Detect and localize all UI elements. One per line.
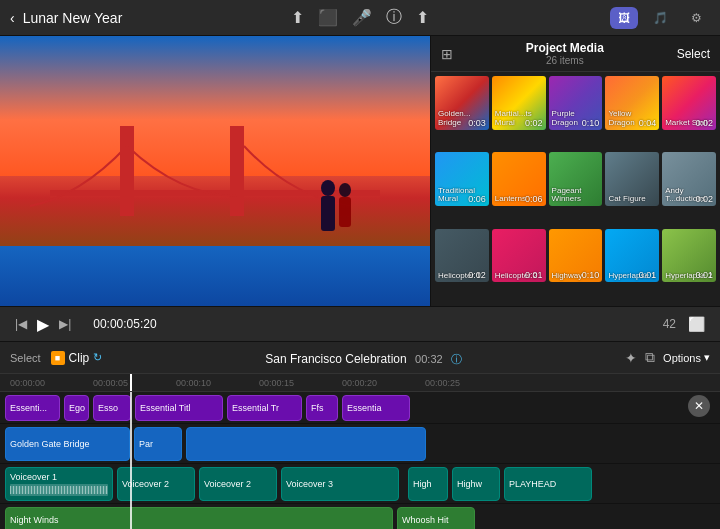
video-preview	[0, 36, 430, 306]
camera-icon[interactable]: ⬛	[318, 8, 338, 27]
media-grid: Golden... Bridge 0:03 Martial...ts Mural…	[431, 72, 720, 306]
clip-ffs[interactable]: Ffs	[306, 395, 338, 421]
timeline-title-area: San Francisco Celebration 00:32 ⓘ	[102, 349, 625, 367]
thumb-label-13: Highway	[552, 272, 583, 281]
media-thumb-7[interactable]: Lanterns 0:06	[492, 152, 546, 206]
media-thumb-15[interactable]: Hyperlapse 2 0:01	[662, 229, 716, 283]
view-mode-btn[interactable]: ⬜	[688, 316, 705, 332]
track-titles: Essenti... Ego Esso Essential Titl Essen…	[0, 392, 720, 424]
audio-view-btn[interactable]: 🎵	[646, 7, 674, 29]
edit-icon[interactable]: ⧉	[645, 349, 655, 366]
media-thumb-13[interactable]: Highway 0:10	[549, 229, 603, 283]
clip-highway[interactable]: Highw	[452, 467, 500, 501]
ruler-mark-10: 00:00:10	[176, 374, 211, 391]
track-broll: Golden Gate Bridge Par	[0, 424, 720, 464]
clip-ego[interactable]: Ego	[64, 395, 89, 421]
clip-playahead[interactable]: PLAYHEAD	[504, 467, 592, 501]
media-view-btn[interactable]: 🖼	[610, 7, 638, 29]
ruler-mark-5: 00:00:05	[93, 374, 128, 391]
share-icon[interactable]: ⬆	[291, 8, 304, 27]
playback-bar: |◀ ▶ ▶| 00:00:05:20 42 ⬜	[0, 306, 720, 342]
clip-label: ■ Clip ↻	[51, 351, 103, 365]
media-browser-title: Project Media 26 items	[526, 41, 604, 66]
clip-essential-tr[interactable]: Essential Tr	[227, 395, 302, 421]
media-thumb-8[interactable]: Pageant Winners	[549, 152, 603, 206]
mic-icon[interactable]: 🎤	[352, 8, 372, 27]
time-ruler: 00:00:00 00:00:05 00:00:10 00:00:15 00:0…	[0, 374, 720, 392]
clip-golden-gate[interactable]: Golden Gate Bridge	[5, 427, 130, 461]
playhead[interactable]	[130, 374, 132, 391]
timeline-tracks[interactable]: Essenti... Ego Esso Essential Titl Essen…	[0, 392, 720, 529]
options-btn[interactable]: Options ▾	[663, 351, 710, 364]
thumb-duration-14: 0:01	[639, 270, 657, 280]
settings-view-btn[interactable]: ⚙	[682, 7, 710, 29]
thumb-duration-13: 0:10	[582, 270, 600, 280]
clip-vo2b[interactable]: Voiceover 2	[199, 467, 277, 501]
timeline-title: San Francisco Celebration	[265, 352, 406, 366]
timeline-info-icon[interactable]: ⓘ	[451, 353, 462, 365]
back-arrow-icon[interactable]: ‹	[10, 10, 15, 26]
bridge-cables-svg	[0, 126, 430, 246]
ruler-mark-20: 00:00:20	[342, 374, 377, 391]
bridge-container	[0, 126, 430, 246]
thumb-label-9: Cat Figure	[608, 195, 645, 204]
thumb-duration-1: 0:03	[468, 118, 486, 128]
bridge-tower-right	[230, 126, 244, 216]
clip-vo2a[interactable]: Voiceover 2	[117, 467, 195, 501]
water-bg	[0, 246, 430, 306]
clip-broll3[interactable]	[186, 427, 426, 461]
project-title: Lunar New Year	[23, 10, 123, 26]
info-icon[interactable]: ⓘ	[386, 7, 402, 28]
clip-whoosh-hit[interactable]: Whoosh Hit	[397, 507, 475, 529]
clip-vo1[interactable]: Voiceover 1	[5, 467, 113, 501]
clip-night-winds[interactable]: Night Winds	[5, 507, 393, 529]
media-thumb-14[interactable]: Hyperlapse 1 0:01	[605, 229, 659, 283]
clip-essential-title[interactable]: Essential Titl	[135, 395, 223, 421]
thumb-duration-6: 0:06	[468, 194, 486, 204]
media-thumb-4[interactable]: Yellow Dragon 0:04	[605, 76, 659, 130]
thumb-duration-7: 0:06	[525, 194, 543, 204]
clip-type-icon: ■	[51, 351, 65, 365]
media-thumb-9[interactable]: Cat Figure	[605, 152, 659, 206]
media-thumb-6[interactable]: Traditional Mural 0:06	[435, 152, 489, 206]
skip-back-btn[interactable]: |◀	[15, 317, 27, 331]
thumb-duration-15: 0:01	[695, 270, 713, 280]
media-thumb-1[interactable]: Golden... Bridge 0:03	[435, 76, 489, 130]
media-thumb-12[interactable]: Helicopter 2 0:01	[492, 229, 546, 283]
clip-par[interactable]: Par	[134, 427, 182, 461]
clip-high[interactable]: High	[408, 467, 448, 501]
timeline-close-btn[interactable]: ✕	[688, 395, 710, 417]
couple-silhouette	[310, 176, 360, 256]
clip-essentia[interactable]: Essentia	[342, 395, 410, 421]
thumb-duration-10: 0:02	[695, 194, 713, 204]
clip-sync-icon: ↻	[93, 351, 102, 364]
grid-view-icon[interactable]: ⊞	[441, 46, 453, 62]
export-icon[interactable]: ⬆	[416, 8, 429, 27]
media-thumb-11[interactable]: Helicopter 1 0:02	[435, 229, 489, 283]
clip-esso[interactable]: Esso	[93, 395, 131, 421]
media-title-text: Project Media	[526, 41, 604, 55]
media-thumb-2[interactable]: Martial...ts Mural 0:02	[492, 76, 546, 130]
svg-point-2	[339, 183, 351, 197]
media-thumb-5[interactable]: Market Stall 0:02	[662, 76, 716, 130]
video-frame	[0, 36, 430, 306]
play-btn[interactable]: ▶	[37, 315, 49, 334]
ruler-mark-0: 00:00:00	[10, 374, 45, 391]
skip-forward-btn[interactable]: ▶|	[59, 317, 71, 331]
media-thumb-3[interactable]: Purple Dragon 0:10	[549, 76, 603, 130]
media-thumb-10[interactable]: Andy T...ductions 0:02	[662, 152, 716, 206]
thumb-label-7: Lanterns	[495, 195, 526, 204]
clip-vo3[interactable]: Voiceover 3	[281, 467, 399, 501]
thumb-duration-11: 0:02	[468, 270, 486, 280]
bridge-tower-left	[120, 126, 134, 216]
track-voiceover: Voiceover 1 Voiceover 2 Voiceover 2 Voic…	[0, 464, 720, 504]
clip-text: Clip	[69, 351, 90, 365]
ruler-mark-15: 00:00:15	[259, 374, 294, 391]
zoom-level: 42	[663, 317, 676, 331]
clip-essential[interactable]: Essenti...	[5, 395, 60, 421]
svg-point-0	[321, 180, 335, 196]
media-select-btn[interactable]: Select	[677, 47, 710, 61]
timeline-duration: 00:32	[415, 353, 443, 365]
playback-controls: |◀ ▶ ▶|	[15, 315, 71, 334]
magic-icon[interactable]: ✦	[625, 350, 637, 366]
